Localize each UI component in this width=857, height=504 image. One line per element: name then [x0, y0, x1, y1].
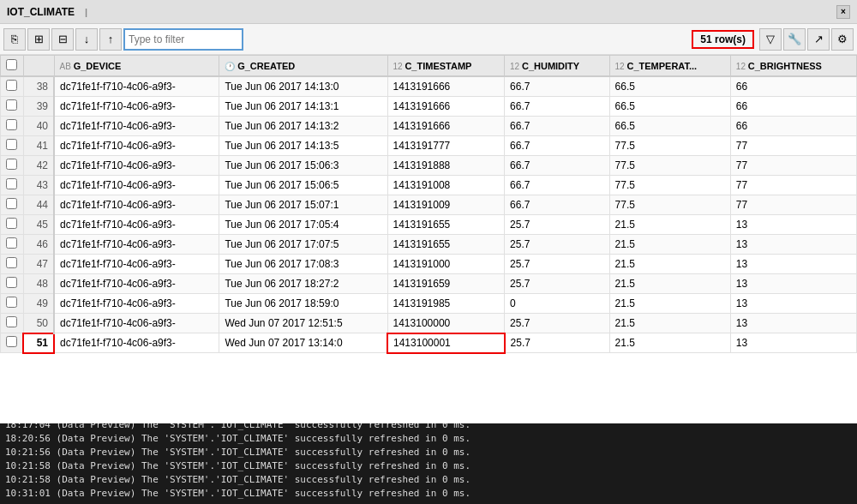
export-button[interactable]: ⊟ [51, 28, 74, 51]
cell-brightness: 13 [730, 235, 856, 255]
table-row: 41dc71fe1f-f710-4c06-a9f3-Tue Jun 06 201… [1, 136, 857, 156]
select-all-checkbox[interactable] [6, 59, 17, 70]
table-row: 38dc71fe1f-f710-4c06-a9f3-Tue Jun 06 201… [1, 76, 857, 97]
upload-button[interactable]: ↑ [99, 28, 122, 51]
cell-humidity: 66.7 [505, 156, 609, 176]
cell-temp: 21.5 [609, 314, 730, 333]
cell-created: Wed Jun 07 2017 13:14:0 [219, 333, 387, 353]
cell-temp: 21.5 [609, 235, 730, 255]
cell-brightness: 77 [730, 195, 856, 215]
row-checkbox[interactable] [6, 277, 17, 288]
title-bar: IOT_CLIMATE | × [0, 0, 857, 24]
col-header-c-humidity[interactable]: 12 C_HUMIDITY [505, 56, 609, 77]
row-number: 44 [23, 195, 54, 215]
cell-humidity: 66.7 [505, 76, 609, 97]
cell-temp: 21.5 [609, 215, 730, 235]
cell-temp: 21.5 [609, 255, 730, 274]
row-number: 45 [23, 215, 54, 235]
row-checkbox[interactable] [6, 99, 17, 111]
cell-device: dc71fe1f-f710-4c06-a9f3- [54, 255, 219, 274]
cell-device: dc71fe1f-f710-4c06-a9f3- [54, 76, 219, 97]
table-row: 49dc71fe1f-f710-4c06-a9f3-Tue Jun 06 201… [1, 294, 857, 314]
row-checkbox[interactable] [6, 198, 17, 209]
cell-temp: 66.5 [609, 76, 730, 97]
row-checkbox[interactable] [6, 257, 17, 268]
col-header-c-temperature[interactable]: 12 C_TEMPERAT... [609, 56, 730, 77]
cell-created: Tue Jun 06 2017 17:08:3 [219, 255, 387, 274]
row-checkbox[interactable] [6, 178, 17, 189]
cell-humidity: 25.7 [505, 235, 609, 255]
row-checkbox[interactable] [6, 218, 17, 229]
row-checkbox[interactable] [6, 119, 17, 130]
cell-device: dc71fe1f-f710-4c06-a9f3- [54, 176, 219, 195]
col-header-checkbox [1, 56, 24, 77]
cell-temp: 77.5 [609, 136, 730, 156]
cell-temp: 21.5 [609, 333, 730, 353]
log-line: 18:20:56 (Data Preview) The 'SYSTEM'.'IO… [5, 432, 852, 446]
cell-temp: 66.5 [609, 117, 730, 136]
col-header-g-device[interactable]: AB G_DEVICE [54, 56, 219, 77]
row-number: 46 [23, 235, 54, 255]
table-row: 47dc71fe1f-f710-4c06-a9f3-Tue Jun 06 201… [1, 255, 857, 274]
cell-device: dc71fe1f-f710-4c06-a9f3- [54, 215, 219, 235]
wrench-button[interactable]: 🔧 [783, 28, 806, 51]
row-number: 51 [23, 333, 54, 353]
row-checkbox[interactable] [6, 237, 17, 249]
log-line: 10:31:01 (Data Preview) The 'SYSTEM'.'IO… [5, 487, 852, 501]
row-checkbox[interactable] [6, 336, 17, 347]
cell-device: dc71fe1f-f710-4c06-a9f3- [54, 235, 219, 255]
cell-brightness: 66 [730, 117, 856, 136]
log-area: 18:17:04 (Data Preview) The 'SYSTEM'.'IO… [0, 423, 857, 504]
cell-device: dc71fe1f-f710-4c06-a9f3- [54, 274, 219, 294]
cell-device: dc71fe1f-f710-4c06-a9f3- [54, 294, 219, 314]
cell-timestamp: 1413191655 [387, 215, 505, 235]
cell-timestamp: 1413191777 [387, 136, 505, 156]
log-line: 10:21:58 (Data Preview) The 'SYSTEM'.'IO… [5, 473, 852, 487]
col-header-g-created[interactable]: 🕐 G_CREATED [219, 56, 387, 77]
col-header-c-timestamp[interactable]: 12 C_TIMESTAMP [387, 56, 505, 77]
cell-created: Tue Jun 06 2017 14:13:2 [219, 117, 387, 136]
cell-humidity: 66.7 [505, 117, 609, 136]
cell-timestamp: 1413191666 [387, 76, 505, 97]
cell-device: dc71fe1f-f710-4c06-a9f3- [54, 195, 219, 215]
col-header-row-num [23, 56, 54, 77]
data-table: AB G_DEVICE 🕐 G_CREATED 12 C_TIMESTAMP 1… [0, 55, 857, 354]
row-checkbox[interactable] [6, 80, 17, 91]
cell-temp: 77.5 [609, 195, 730, 215]
cell-brightness: 77 [730, 156, 856, 176]
row-checkbox[interactable] [6, 159, 17, 170]
cell-created: Tue Jun 06 2017 14:13:5 [219, 136, 387, 156]
toolbar: ⎘ ⊞ ⊟ ↓ ↑ 51 row(s) ▽ 🔧 ↗ ⚙ [0, 24, 857, 55]
row-checkbox[interactable] [6, 297, 17, 308]
cell-humidity: 25.7 [505, 274, 609, 294]
row-checkbox[interactable] [6, 316, 17, 327]
cell-created: Tue Jun 06 2017 14:13:1 [219, 97, 387, 117]
cell-device: dc71fe1f-f710-4c06-a9f3- [54, 97, 219, 117]
row-number: 42 [23, 156, 54, 176]
col-header-c-brightness[interactable]: 12 C_BRIGHTNESS [730, 56, 856, 77]
row-number: 39 [23, 97, 54, 117]
arrow-button[interactable]: ↗ [807, 28, 830, 51]
grid-button[interactable]: ⊞ [27, 28, 50, 51]
cell-created: Tue Jun 06 2017 15:07:1 [219, 195, 387, 215]
filter-button[interactable]: ▽ [759, 28, 782, 51]
settings-button[interactable]: ⚙ [831, 28, 854, 51]
title-bar-close-button[interactable]: × [836, 5, 850, 19]
cell-brightness: 13 [730, 255, 856, 274]
filter-input[interactable] [123, 28, 243, 51]
table-header-row: AB G_DEVICE 🕐 G_CREATED 12 C_TIMESTAMP 1… [1, 56, 857, 77]
cell-brightness: 77 [730, 136, 856, 156]
row-number: 47 [23, 255, 54, 274]
cell-created: Tue Jun 06 2017 17:07:5 [219, 235, 387, 255]
row-number: 41 [23, 136, 54, 156]
cell-humidity: 25.7 [505, 255, 609, 274]
copy-button[interactable]: ⎘ [3, 28, 26, 51]
row-checkbox[interactable] [6, 139, 17, 150]
cell-device: dc71fe1f-f710-4c06-a9f3- [54, 156, 219, 176]
cell-timestamp: 1413191666 [387, 97, 505, 117]
table-row: 48dc71fe1f-f710-4c06-a9f3-Tue Jun 06 201… [1, 274, 857, 294]
download-button[interactable]: ↓ [75, 28, 98, 51]
cell-temp: 77.5 [609, 156, 730, 176]
cell-temp: 21.5 [609, 294, 730, 314]
cell-device: dc71fe1f-f710-4c06-a9f3- [54, 136, 219, 156]
